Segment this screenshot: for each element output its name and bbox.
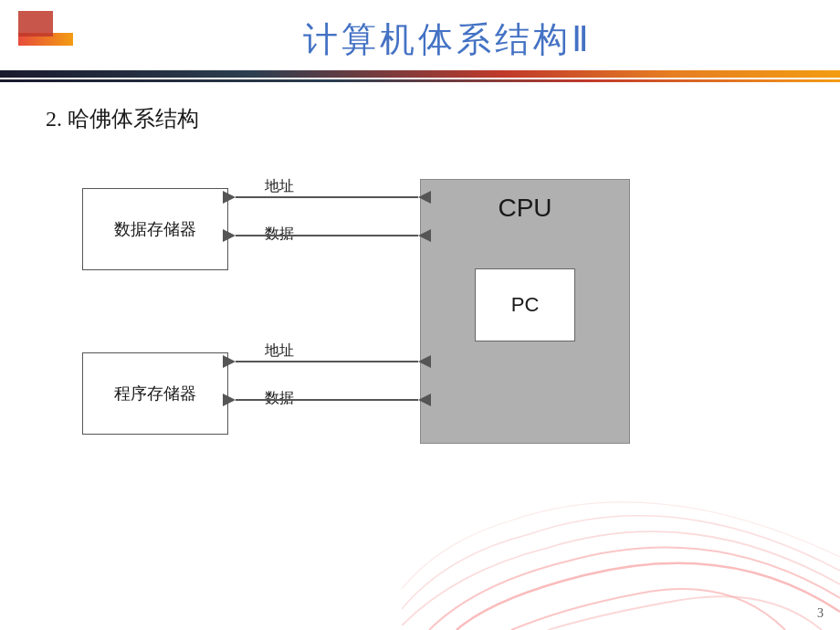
pc-box: PC xyxy=(475,268,575,341)
cpu-box: CPU PC xyxy=(420,179,630,444)
title-line xyxy=(0,70,840,78)
data-addr-label: 地址 xyxy=(265,177,294,196)
diagram-area: 数据存储器 程序存储器 CPU PC 地址 数据 地址 数据 xyxy=(46,152,794,517)
cpu-label: CPU xyxy=(498,194,551,223)
page-title: 计算机体系结构Ⅱ xyxy=(0,16,840,63)
swirl-decoration xyxy=(402,466,840,630)
title-line-thin xyxy=(0,79,840,82)
prog-addr-label: 地址 xyxy=(265,341,294,361)
data-memory-box: 数据存储器 xyxy=(82,188,228,270)
prog-memory-box: 程序存储器 xyxy=(82,352,228,435)
pc-label: PC xyxy=(511,293,540,317)
prog-data-label: 数据 xyxy=(265,389,294,408)
data-data-label: 数据 xyxy=(265,225,294,244)
page-number: 3 xyxy=(817,606,824,621)
header: 计算机体系结构Ⅱ xyxy=(0,0,840,63)
prog-memory-label: 程序存储器 xyxy=(114,383,196,404)
data-memory-label: 数据存储器 xyxy=(114,218,196,240)
section-heading: 2. 哈佛体系结构 xyxy=(46,104,840,133)
